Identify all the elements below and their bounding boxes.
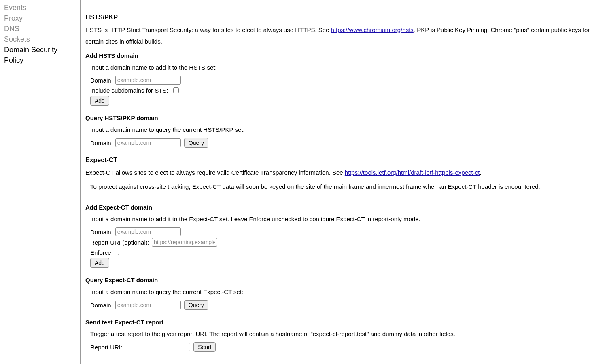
test-expect-ct-report-input[interactable] [125,343,190,351]
add-expect-ct-instruction: Input a domain name to add it to the Exp… [90,216,601,222]
query-expect-ct-domain-input[interactable] [115,301,181,309]
expect-ct-note: To protect against cross-site tracking, … [90,181,601,193]
expect-ct-intro-link[interactable]: https://tools.ietf.org/html/draft-ietf-h… [345,169,480,176]
query-expect-ct-instruction: Input a domain name to query the current… [90,288,601,295]
add-expect-ct-heading: Add Expect-CT domain [85,204,601,211]
hsts-intro-pre: HSTS is HTTP Strict Transport Security: … [85,26,331,33]
query-hsts-instruction: Input a domain name to query the current… [90,126,601,133]
query-hsts-domain-label: Domain: [90,140,113,146]
test-expect-ct-report-label: Report URI: [90,344,122,351]
hsts-intro-link[interactable]: https://www.chromium.org/hsts [331,26,414,33]
add-hsts-domain-input[interactable] [115,76,181,85]
add-expect-ct-enforce-checkbox[interactable] [118,250,123,255]
add-hsts-button[interactable]: Add [90,96,109,106]
query-expect-ct-button[interactable]: Query [184,300,208,310]
sidebar-item-events[interactable]: Events [4,2,76,13]
test-expect-ct-heading: Send test Expect-CT report [85,319,601,326]
expect-ct-intro-pre: Expect-CT allows sites to elect to alway… [85,169,345,176]
add-expect-ct-report-label: Report URI (optional): [90,239,149,246]
sidebar: Events Proxy DNS Sockets Domain Security… [0,0,81,364]
query-hsts-heading: Query HSTS/PKP domain [85,114,601,121]
add-hsts-include-checkbox[interactable] [173,87,179,93]
add-hsts-domain-label: Domain: [90,77,113,84]
test-expect-ct-send-button[interactable]: Send [193,342,216,352]
add-expect-ct-button[interactable]: Add [90,258,109,268]
query-hsts-button[interactable]: Query [184,138,208,148]
test-expect-ct-instruction: Trigger a test report to the given repor… [90,330,601,337]
add-expect-ct-domain-input[interactable] [115,227,181,236]
expect-ct-heading: Expect-CT [85,157,601,164]
expect-ct-intro-post: . [480,169,481,176]
expect-ct-intro: Expect-CT allows sites to elect to alway… [85,167,601,179]
query-hsts-domain-input[interactable] [115,138,181,147]
query-expect-ct-domain-label: Domain: [90,302,113,309]
add-expect-ct-domain-label: Domain: [90,229,113,235]
hsts-intro: HSTS is HTTP Strict Transport Security: … [85,24,601,47]
add-expect-ct-report-input[interactable] [152,238,217,247]
add-hsts-instruction: Input a domain name to add it to the HST… [90,64,601,71]
hsts-heading: HSTS/PKP [85,14,601,21]
query-expect-ct-heading: Query Expect-CT domain [85,277,601,284]
sidebar-item-domain-security-policy[interactable]: Domain Security Policy [4,44,76,66]
main-content: HSTS/PKP HSTS is HTTP Strict Transport S… [81,0,607,364]
sidebar-item-dns[interactable]: DNS [4,23,76,34]
sidebar-item-proxy[interactable]: Proxy [4,13,76,23]
sidebar-item-sockets[interactable]: Sockets [4,34,76,44]
add-hsts-include-label: Include subdomains for STS: [90,87,168,94]
add-hsts-heading: Add HSTS domain [85,52,601,59]
add-expect-ct-enforce-label: Enforce: [90,249,113,256]
